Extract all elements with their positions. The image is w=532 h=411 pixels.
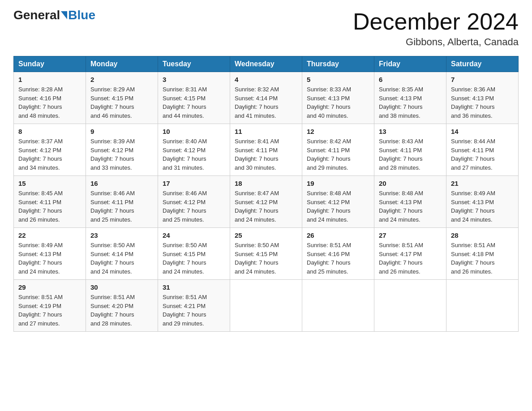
day-number: 9 <box>90 128 153 135</box>
day-info: Sunrise: 8:48 AMSunset: 4:13 PMDaylight:… <box>379 189 442 224</box>
calendar-cell: 27Sunrise: 8:51 AMSunset: 4:17 PMDayligh… <box>374 228 446 280</box>
day-info: Sunrise: 8:46 AMSunset: 4:11 PMDaylight:… <box>90 189 153 224</box>
day-number: 24 <box>163 231 225 239</box>
calendar-cell: 24Sunrise: 8:50 AMSunset: 4:15 PMDayligh… <box>158 228 230 280</box>
calendar-cell <box>446 280 519 332</box>
month-year-title: December 2024 <box>353 9 519 34</box>
calendar-week-row: 22Sunrise: 8:49 AMSunset: 4:13 PMDayligh… <box>14 228 519 280</box>
day-info: Sunrise: 8:45 AMSunset: 4:11 PMDaylight:… <box>18 189 81 224</box>
day-number: 6 <box>379 76 442 83</box>
calendar-cell: 21Sunrise: 8:49 AMSunset: 4:13 PMDayligh… <box>446 176 519 228</box>
calendar-cell: 7Sunrise: 8:36 AMSunset: 4:13 PMDaylight… <box>446 72 519 124</box>
day-info: Sunrise: 8:50 AMSunset: 4:14 PMDaylight:… <box>90 241 153 276</box>
header-tuesday: Tuesday <box>158 56 230 72</box>
calendar-cell: 12Sunrise: 8:42 AMSunset: 4:11 PMDayligh… <box>302 124 374 176</box>
day-number: 16 <box>90 180 153 187</box>
day-info: Sunrise: 8:51 AMSunset: 4:18 PMDaylight:… <box>451 241 514 276</box>
calendar-week-row: 15Sunrise: 8:45 AMSunset: 4:11 PMDayligh… <box>14 176 519 228</box>
calendar-cell: 16Sunrise: 8:46 AMSunset: 4:11 PMDayligh… <box>86 176 158 228</box>
header-thursday: Thursday <box>302 56 374 72</box>
day-info: Sunrise: 8:37 AMSunset: 4:12 PMDaylight:… <box>18 137 81 172</box>
calendar-cell: 6Sunrise: 8:35 AMSunset: 4:13 PMDaylight… <box>374 72 446 124</box>
day-number: 17 <box>163 180 225 187</box>
day-number: 26 <box>307 231 369 239</box>
calendar-cell: 22Sunrise: 8:49 AMSunset: 4:13 PMDayligh… <box>14 228 86 280</box>
calendar-cell: 5Sunrise: 8:33 AMSunset: 4:13 PMDaylight… <box>302 72 374 124</box>
day-info: Sunrise: 8:50 AMSunset: 4:15 PMDaylight:… <box>163 241 225 276</box>
day-info: Sunrise: 8:31 AMSunset: 4:15 PMDaylight:… <box>163 85 225 120</box>
day-number: 21 <box>451 180 514 187</box>
day-info: Sunrise: 8:32 AMSunset: 4:14 PMDaylight:… <box>235 85 297 120</box>
location-subtitle: Gibbons, Alberta, Canada <box>353 36 519 48</box>
calendar-cell <box>374 280 446 332</box>
day-number: 13 <box>379 128 442 135</box>
day-info: Sunrise: 8:43 AMSunset: 4:11 PMDaylight:… <box>379 137 442 172</box>
calendar-cell: 29Sunrise: 8:51 AMSunset: 4:19 PMDayligh… <box>14 280 86 332</box>
calendar-header-row: SundayMondayTuesdayWednesdayThursdayFrid… <box>14 56 519 72</box>
day-info: Sunrise: 8:49 AMSunset: 4:13 PMDaylight:… <box>18 241 81 276</box>
day-info: Sunrise: 8:51 AMSunset: 4:21 PMDaylight:… <box>163 293 225 328</box>
calendar-week-row: 8Sunrise: 8:37 AMSunset: 4:12 PMDaylight… <box>14 124 519 176</box>
calendar-cell: 1Sunrise: 8:28 AMSunset: 4:16 PMDaylight… <box>14 72 86 124</box>
day-info: Sunrise: 8:51 AMSunset: 4:16 PMDaylight:… <box>307 241 369 276</box>
day-number: 11 <box>235 128 297 135</box>
day-number: 14 <box>451 128 514 135</box>
calendar-cell: 9Sunrise: 8:39 AMSunset: 4:12 PMDaylight… <box>86 124 158 176</box>
day-info: Sunrise: 8:51 AMSunset: 4:20 PMDaylight:… <box>90 293 153 328</box>
calendar-cell: 8Sunrise: 8:37 AMSunset: 4:12 PMDaylight… <box>14 124 86 176</box>
calendar-cell <box>230 280 302 332</box>
day-number: 28 <box>451 231 514 239</box>
day-number: 1 <box>18 76 81 83</box>
day-info: Sunrise: 8:35 AMSunset: 4:13 PMDaylight:… <box>379 85 442 120</box>
day-number: 4 <box>235 76 297 83</box>
calendar-week-row: 1Sunrise: 8:28 AMSunset: 4:16 PMDaylight… <box>14 72 519 124</box>
day-info: Sunrise: 8:29 AMSunset: 4:15 PMDaylight:… <box>90 85 153 120</box>
day-info: Sunrise: 8:40 AMSunset: 4:12 PMDaylight:… <box>163 137 225 172</box>
day-number: 19 <box>307 180 369 187</box>
calendar-cell: 11Sunrise: 8:41 AMSunset: 4:11 PMDayligh… <box>230 124 302 176</box>
day-info: Sunrise: 8:51 AMSunset: 4:19 PMDaylight:… <box>18 293 81 328</box>
day-number: 3 <box>163 76 225 83</box>
day-number: 7 <box>451 76 514 83</box>
day-number: 30 <box>90 283 153 291</box>
header-friday: Friday <box>374 56 446 72</box>
day-number: 29 <box>18 283 81 291</box>
header-sunday: Sunday <box>14 56 86 72</box>
day-info: Sunrise: 8:44 AMSunset: 4:11 PMDaylight:… <box>451 137 514 172</box>
calendar-cell: 28Sunrise: 8:51 AMSunset: 4:18 PMDayligh… <box>446 228 519 280</box>
day-info: Sunrise: 8:46 AMSunset: 4:12 PMDaylight:… <box>163 189 225 224</box>
day-number: 31 <box>163 283 225 291</box>
calendar-cell: 18Sunrise: 8:47 AMSunset: 4:12 PMDayligh… <box>230 176 302 228</box>
day-number: 25 <box>235 231 297 239</box>
day-info: Sunrise: 8:51 AMSunset: 4:17 PMDaylight:… <box>379 241 442 276</box>
header-monday: Monday <box>86 56 158 72</box>
calendar-table: SundayMondayTuesdayWednesdayThursdayFrid… <box>13 56 519 332</box>
day-number: 2 <box>90 76 153 83</box>
day-info: Sunrise: 8:50 AMSunset: 4:15 PMDaylight:… <box>235 241 297 276</box>
day-info: Sunrise: 8:33 AMSunset: 4:13 PMDaylight:… <box>307 85 369 120</box>
day-number: 10 <box>163 128 225 135</box>
title-block: December 2024 Gibbons, Alberta, Canada <box>353 9 519 48</box>
calendar-cell: 3Sunrise: 8:31 AMSunset: 4:15 PMDaylight… <box>158 72 230 124</box>
day-info: Sunrise: 8:47 AMSunset: 4:12 PMDaylight:… <box>235 189 297 224</box>
calendar-cell: 26Sunrise: 8:51 AMSunset: 4:16 PMDayligh… <box>302 228 374 280</box>
day-info: Sunrise: 8:39 AMSunset: 4:12 PMDaylight:… <box>90 137 153 172</box>
day-number: 5 <box>307 76 369 83</box>
calendar-week-row: 29Sunrise: 8:51 AMSunset: 4:19 PMDayligh… <box>14 280 519 332</box>
page-header: General Blue December 2024 Gibbons, Albe… <box>13 9 519 48</box>
day-number: 27 <box>379 231 442 239</box>
calendar-cell: 23Sunrise: 8:50 AMSunset: 4:14 PMDayligh… <box>86 228 158 280</box>
calendar-cell: 10Sunrise: 8:40 AMSunset: 4:12 PMDayligh… <box>158 124 230 176</box>
day-info: Sunrise: 8:36 AMSunset: 4:13 PMDaylight:… <box>451 85 514 120</box>
day-info: Sunrise: 8:41 AMSunset: 4:11 PMDaylight:… <box>235 137 297 172</box>
day-number: 23 <box>90 231 153 239</box>
logo-arrow-icon <box>61 11 67 19</box>
logo: General Blue <box>13 9 95 21</box>
day-number: 8 <box>18 128 81 135</box>
day-info: Sunrise: 8:49 AMSunset: 4:13 PMDaylight:… <box>451 189 514 224</box>
calendar-cell: 14Sunrise: 8:44 AMSunset: 4:11 PMDayligh… <box>446 124 519 176</box>
header-saturday: Saturday <box>446 56 519 72</box>
day-info: Sunrise: 8:48 AMSunset: 4:12 PMDaylight:… <box>307 189 369 224</box>
calendar-cell: 2Sunrise: 8:29 AMSunset: 4:15 PMDaylight… <box>86 72 158 124</box>
calendar-cell: 15Sunrise: 8:45 AMSunset: 4:11 PMDayligh… <box>14 176 86 228</box>
